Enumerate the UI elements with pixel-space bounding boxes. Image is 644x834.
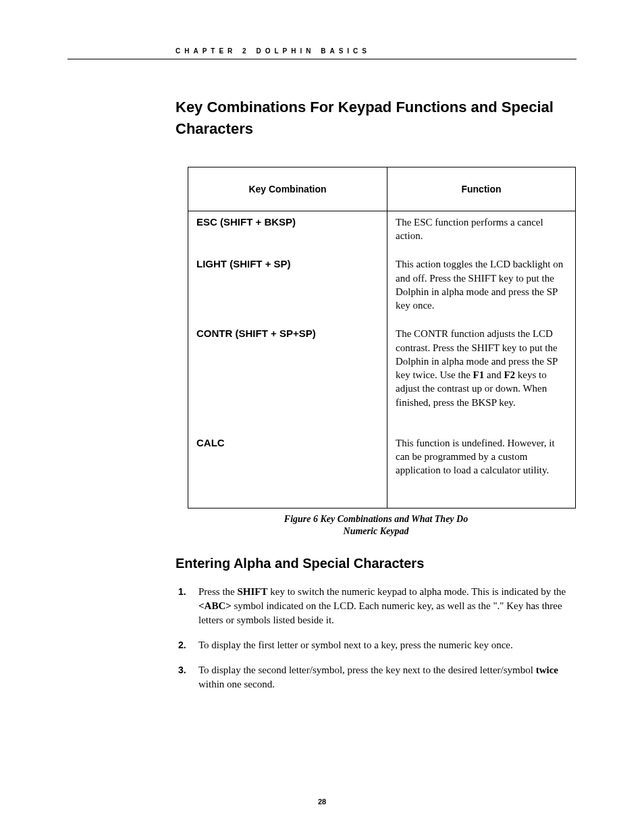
func-cell: The ESC function performs a cancel actio… [387,211,576,253]
table-row: CALC This function is undefined. However… [188,432,576,508]
key-combinations-table: Key Combination Function ESC (SHIFT + BK… [188,167,576,509]
bold-abc: <ABC> [198,600,232,611]
list-item: Press the SHIFT key to switch the numeri… [194,585,576,627]
bold-twice: twice [536,664,558,675]
figure-caption: Figure 6 Key Combinations and What They … [176,514,576,525]
text: To display the second letter/symbol, pre… [198,664,536,675]
col-header-key: Key Combination [188,167,387,211]
table-row: CONTR (SHIFT + SP+SP) The CONTR function… [188,323,576,432]
page-number: 28 [0,798,644,806]
bold-key-f2: F2 [504,369,515,380]
table-row: LIGHT (SHIFT + SP) This action toggles t… [188,253,576,323]
text: key to switch the numeric keypad to alph… [268,586,566,597]
func-cell: The CONTR function adjusts the LCD contr… [387,323,576,432]
figure-subcaption: Numeric Keypad [176,526,576,537]
page: CHAPTER 2 DOLPHIN BASICS Key Combination… [0,0,644,834]
running-header: CHAPTER 2 DOLPHIN BASICS [68,47,576,59]
steps-list: Press the SHIFT key to switch the numeri… [176,585,576,692]
table-row: ESC (SHIFT + BKSP) The ESC function perf… [188,211,576,253]
content-area: Key Combinations For Keypad Functions an… [68,97,576,692]
key-cell: LIGHT (SHIFT + SP) [188,253,387,323]
func-cell: This action toggles the LCD backlight on… [387,253,576,323]
text: To display the first letter or symbol ne… [198,640,513,650]
text: within one second. [198,679,275,689]
table-header-row: Key Combination Function [188,167,576,211]
bold-key-f1: F1 [473,369,485,380]
key-cell: CALC [188,432,387,508]
text: and [484,369,504,380]
col-header-func: Function [387,167,576,211]
section-title: Key Combinations For Keypad Functions an… [176,97,576,140]
list-item: To display the second letter/symbol, pre… [194,663,576,692]
text: Press the [198,586,238,597]
func-cell: This function is undefined. However, it … [387,432,576,508]
text: symbol indicated on the LCD. Each numeri… [198,600,562,625]
key-cell: ESC (SHIFT + BKSP) [188,211,387,253]
list-item: To display the first letter or symbol ne… [194,638,576,652]
subsection-title: Entering Alpha and Special Characters [176,556,576,571]
bold-shift: SHIFT [238,586,268,597]
key-cell: CONTR (SHIFT + SP+SP) [188,323,387,432]
